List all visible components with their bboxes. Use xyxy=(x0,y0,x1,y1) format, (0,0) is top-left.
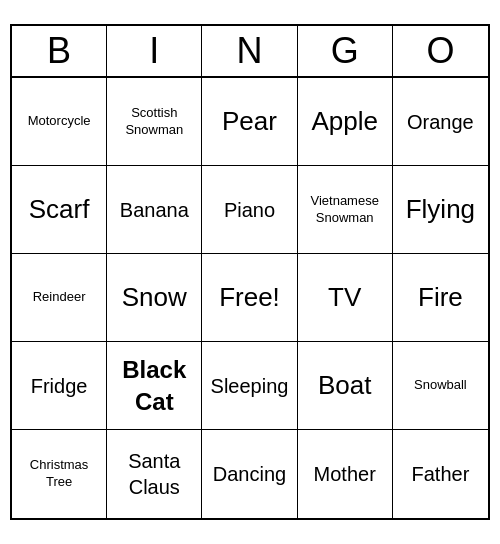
cell-text: TV xyxy=(328,281,361,315)
cell-text: Orange xyxy=(407,109,474,135)
bingo-cell: Reindeer xyxy=(12,254,107,342)
bingo-cell: Orange xyxy=(393,78,488,166)
bingo-cell: Scarf xyxy=(12,166,107,254)
bingo-cell: Fridge xyxy=(12,342,107,430)
cell-text: Dancing xyxy=(213,461,286,487)
bingo-cell: Snowball xyxy=(393,342,488,430)
bingo-cell: Motorcycle xyxy=(12,78,107,166)
cell-text: Scarf xyxy=(29,193,90,227)
header-letter: N xyxy=(202,26,297,76)
bingo-cell: TV xyxy=(298,254,393,342)
bingo-grid: MotorcycleScottish SnowmanPearAppleOrang… xyxy=(12,78,488,518)
cell-text: Scottish Snowman xyxy=(125,105,183,139)
header-letter: O xyxy=(393,26,488,76)
bingo-cell: Christmas Tree xyxy=(12,430,107,518)
bingo-cell: Scottish Snowman xyxy=(107,78,202,166)
cell-text: Reindeer xyxy=(33,289,86,306)
cell-text: Mother xyxy=(314,461,376,487)
cell-text: Vietnamese Snowman xyxy=(310,193,378,227)
bingo-cell: Flying xyxy=(393,166,488,254)
cell-text: Piano xyxy=(224,197,275,223)
bingo-cell: Mother xyxy=(298,430,393,518)
header-letter: I xyxy=(107,26,202,76)
cell-text: Black Cat xyxy=(122,354,186,416)
bingo-cell: Banana xyxy=(107,166,202,254)
bingo-cell: Santa Claus xyxy=(107,430,202,518)
bingo-cell: Pear xyxy=(202,78,297,166)
bingo-cell: Snow xyxy=(107,254,202,342)
bingo-cell: Boat xyxy=(298,342,393,430)
header-letter: G xyxy=(298,26,393,76)
header-letter: B xyxy=(12,26,107,76)
cell-text: Boat xyxy=(318,369,372,403)
cell-text: Fire xyxy=(418,281,463,315)
cell-text: Father xyxy=(411,461,469,487)
cell-text: Apple xyxy=(311,105,378,139)
bingo-cell: Dancing xyxy=(202,430,297,518)
cell-text: Free! xyxy=(219,281,280,315)
cell-text: Fridge xyxy=(31,373,88,399)
bingo-cell: Vietnamese Snowman xyxy=(298,166,393,254)
cell-text: Banana xyxy=(120,197,189,223)
cell-text: Santa Claus xyxy=(128,448,180,500)
bingo-card: BINGO MotorcycleScottish SnowmanPearAppl… xyxy=(10,24,490,520)
cell-text: Snowball xyxy=(414,377,467,394)
bingo-cell: Father xyxy=(393,430,488,518)
bingo-cell: Black Cat xyxy=(107,342,202,430)
cell-text: Pear xyxy=(222,105,277,139)
bingo-cell: Fire xyxy=(393,254,488,342)
bingo-cell: Apple xyxy=(298,78,393,166)
cell-text: Motorcycle xyxy=(28,113,91,130)
cell-text: Snow xyxy=(122,281,187,315)
bingo-cell: Piano xyxy=(202,166,297,254)
bingo-header: BINGO xyxy=(12,26,488,78)
bingo-cell: Sleeping xyxy=(202,342,297,430)
cell-text: Flying xyxy=(406,193,475,227)
cell-text: Sleeping xyxy=(211,373,289,399)
bingo-cell: Free! xyxy=(202,254,297,342)
cell-text: Christmas Tree xyxy=(30,457,89,491)
